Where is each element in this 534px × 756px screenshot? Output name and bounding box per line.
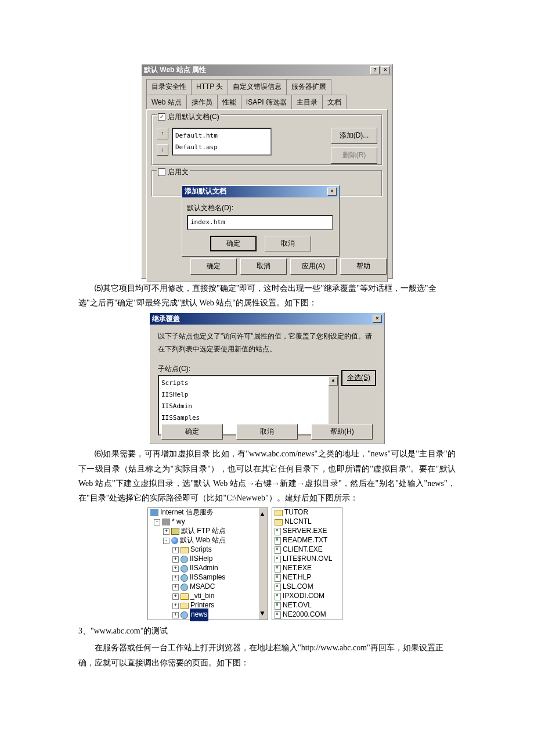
checkbox-icon xyxy=(158,168,165,176)
expander-icon[interactable]: - xyxy=(163,538,169,544)
enable-doc-footer-label: 启用文 xyxy=(168,166,189,179)
cancel-button[interactable]: 取消 xyxy=(236,424,298,440)
cancel-button[interactable]: 取消 xyxy=(265,236,311,252)
file-icon xyxy=(275,593,281,600)
expander-icon[interactable]: + xyxy=(172,566,179,572)
file-icon xyxy=(275,537,281,545)
list-item[interactable]: Default.asp xyxy=(175,142,268,153)
folder-icon xyxy=(275,510,283,516)
tree-pane[interactable]: Internet 信息服务 -* wy +默认 FTP 站点 -默认 Web 站… xyxy=(147,507,268,620)
enable-default-doc-checkbox[interactable]: ✓ 启用默认文档(C) xyxy=(157,111,221,124)
scroll-down-icon[interactable]: ▼ xyxy=(259,607,268,620)
list-item[interactable]: IISSamples xyxy=(161,412,335,424)
list-item[interactable]: iisstart.asp xyxy=(175,153,268,156)
dialog1-titlebar[interactable]: 默认 Web 站点 属性 ? × xyxy=(142,64,392,76)
file-icon xyxy=(275,528,281,535)
move-down-button[interactable]: ↓ xyxy=(157,144,168,156)
expander-icon[interactable]: + xyxy=(172,603,179,609)
ok-button[interactable]: 确定 xyxy=(190,258,237,275)
file-icon xyxy=(275,611,281,619)
file-icon xyxy=(275,565,281,573)
paragraph-6: ⑹如果需要，可再增加虚拟目录 比如，有"www.abc.com/news"之类的… xyxy=(78,447,456,505)
expander-icon[interactable]: + xyxy=(172,584,179,591)
tab-server-ext[interactable]: 服务器扩展 xyxy=(287,79,331,95)
add-button[interactable]: 添加(D)... xyxy=(331,128,377,144)
inner-titlebar[interactable]: 添加默认文档 × xyxy=(182,186,339,197)
help-button[interactable]: 帮助(H) xyxy=(311,424,373,440)
help-icon[interactable]: ? xyxy=(370,66,380,74)
close-icon[interactable]: × xyxy=(373,315,382,323)
gear-icon xyxy=(181,611,188,619)
gear-icon xyxy=(181,574,188,582)
computer-icon xyxy=(162,519,170,525)
enable-doc-footer-checkbox[interactable]: 启用文 xyxy=(157,166,190,179)
ftp-icon xyxy=(171,528,179,535)
close-icon[interactable]: × xyxy=(327,188,337,196)
cancel-button[interactable]: 取消 xyxy=(240,258,287,275)
file-icon xyxy=(275,556,281,563)
apply-button[interactable]: 应用(A) xyxy=(290,258,337,275)
help-button[interactable]: 帮助 xyxy=(340,258,387,275)
web-site-properties-dialog: 默认 Web 站点 属性 ? × 目录安全性 HTTP 头 自定义错误信息 服务… xyxy=(141,64,393,279)
list-item[interactable]: Scripts xyxy=(161,377,335,389)
tab-isapi[interactable]: ISAPI 筛选器 xyxy=(241,95,292,110)
file-icon xyxy=(275,584,281,591)
expander-icon[interactable]: - xyxy=(154,519,160,525)
file-item[interactable]: NE2000.COM xyxy=(283,609,326,621)
default-docs-list[interactable]: Default.htm Default.asp iisstart.asp xyxy=(172,128,272,156)
list-item[interactable]: Default.htm xyxy=(175,130,268,142)
scroll-up-icon[interactable]: ▲ xyxy=(259,508,268,521)
tab-operators[interactable]: 操作员 xyxy=(187,95,218,110)
expander-icon[interactable]: + xyxy=(172,556,179,563)
explorer-split: Internet 信息服务 -* wy +默认 FTP 站点 -默认 Web 站… xyxy=(147,507,387,620)
scroll-up-icon[interactable]: ▲ xyxy=(329,376,338,386)
tree-item-selected[interactable]: news xyxy=(190,609,208,621)
expander-icon[interactable]: + xyxy=(172,547,179,553)
heading-3: 3、"www.abc.com"的测试 xyxy=(78,624,456,638)
tree-root[interactable]: Internet 信息服务 xyxy=(160,506,214,519)
list-item[interactable]: IISHelp xyxy=(161,389,335,401)
enable-default-doc-label: 启用默认文档(C) xyxy=(168,111,219,124)
tab-dir-security[interactable]: 目录安全性 xyxy=(146,79,192,95)
ok-button[interactable]: 确定 xyxy=(161,424,223,440)
folder-icon xyxy=(181,547,189,553)
checkbox-icon: ✓ xyxy=(158,113,165,121)
tree-scrollbar[interactable]: ▲ ▼ xyxy=(259,508,268,620)
property-tabs: 目录安全性 HTTP 头 自定义错误信息 服务器扩展 Web 站点 操作员 性能… xyxy=(142,76,392,109)
default-doc-name-input[interactable]: index.htm xyxy=(187,215,333,230)
expander-icon[interactable]: + xyxy=(163,528,169,535)
tab-home-dir[interactable]: 主目录 xyxy=(292,95,323,110)
dialog2-titlebar[interactable]: 继承覆盖 × xyxy=(150,313,384,325)
add-default-doc-dialog: 添加默认文档 × 默认文档名(D): index.htm 确定 取消 xyxy=(182,185,340,257)
list-item[interactable]: IISAdmin xyxy=(161,401,335,412)
tab-custom-errors[interactable]: 自定义错误信息 xyxy=(228,79,287,95)
inheritance-override-dialog: 继承覆盖 × 以下子站点也定义了"访问许可"属性的值，它覆盖了您刚设定的值。请在… xyxy=(149,312,385,444)
expander-icon[interactable]: + xyxy=(172,575,179,581)
globe-icon xyxy=(171,537,178,544)
move-up-button[interactable]: ↑ xyxy=(157,128,168,139)
gear-icon xyxy=(181,565,188,573)
expander-icon[interactable]: + xyxy=(172,612,179,618)
dialog2-title: 继承覆盖 xyxy=(152,313,180,326)
tab-performance[interactable]: 性能 xyxy=(218,95,241,110)
service-icon xyxy=(150,509,158,516)
close-icon[interactable]: × xyxy=(381,66,390,74)
tab-web-site[interactable]: Web 站点 xyxy=(146,95,187,110)
dialog1-title: 默认 Web 站点 属性 xyxy=(144,64,206,77)
folder-icon xyxy=(181,603,189,609)
folder-icon xyxy=(181,593,189,600)
tab-documents[interactable]: 文档 xyxy=(323,95,347,110)
expander-icon[interactable]: + xyxy=(172,593,179,600)
tab-http-headers[interactable]: HTTP 头 xyxy=(192,79,228,95)
gear-icon xyxy=(181,556,188,563)
paragraph-5: ⑸其它项目均可不用修改，直接按"确定"即可，这时会出现一些"继承覆盖"等对话框，… xyxy=(78,281,456,310)
ok-button[interactable]: 确定 xyxy=(210,236,257,252)
tab-body: ✓ 启用默认文档(C) ↑ ↓ Default.htm Default.asp … xyxy=(146,109,388,282)
inner-title: 添加默认文档 xyxy=(185,185,226,198)
gear-icon xyxy=(181,584,188,591)
select-all-button[interactable]: 全选(S) xyxy=(341,370,376,386)
file-icon xyxy=(275,546,281,554)
folder-icon xyxy=(275,519,283,525)
file-icon xyxy=(275,574,281,582)
file-pane[interactable]: TUTOR NLCNTL SERVER.EXE README.TXT CLIEN… xyxy=(272,507,342,620)
